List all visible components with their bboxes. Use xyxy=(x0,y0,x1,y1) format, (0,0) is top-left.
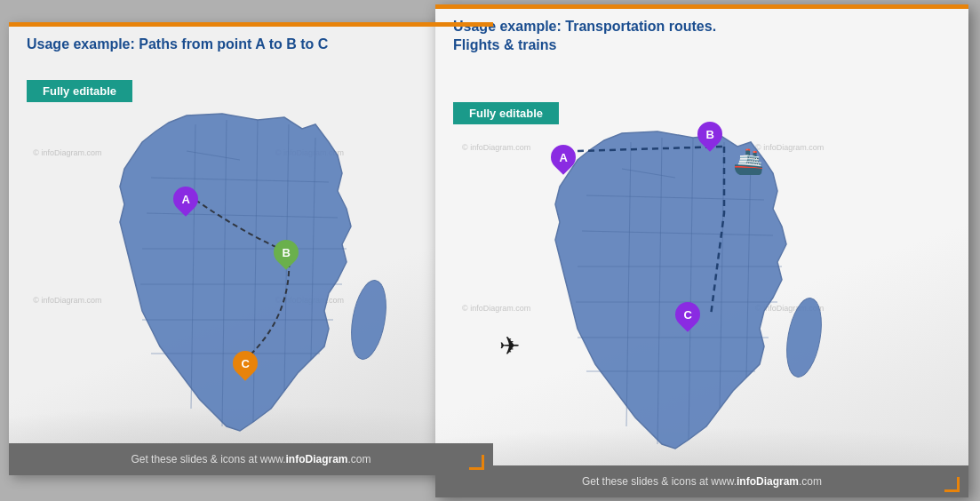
slides-container: Usage example: Paths from point A to B t… xyxy=(0,0,980,501)
corner-icon-right xyxy=(942,474,960,492)
right-footer: Get these slides & icons at www.infoDiag… xyxy=(435,465,968,497)
right-title-text: Usage example: Transportation routes. Fl… xyxy=(453,18,951,55)
left-ribbon: Fully editable xyxy=(27,80,132,102)
right-africa-map xyxy=(484,124,866,465)
right-pin-c: C xyxy=(675,302,700,327)
left-africa-map xyxy=(62,107,418,448)
slide-left: Usage example: Paths from point A to B t… xyxy=(9,22,493,475)
right-pin-b: B xyxy=(697,122,722,147)
left-footer: Get these slides & icons at www.infoDiag… xyxy=(9,443,493,475)
right-footer-text: Get these slides & icons at www.infoDiag… xyxy=(582,475,822,488)
left-slide-title: Usage example: Paths from point A to B t… xyxy=(27,36,475,54)
plane-icon: ✈ xyxy=(499,331,520,361)
right-ribbon: Fully editable xyxy=(453,102,559,124)
slide-right: Usage example: Transportation routes. Fl… xyxy=(435,4,968,497)
right-slide-title: Usage example: Transportation routes. Fl… xyxy=(453,18,951,55)
left-pin-a: A xyxy=(173,187,198,211)
ship-icon: 🚢 xyxy=(733,147,764,176)
corner-icon-left xyxy=(466,452,484,470)
svg-point-12 xyxy=(346,278,391,362)
right-pin-a: A xyxy=(551,145,576,170)
left-pin-b: B xyxy=(274,240,299,265)
svg-point-25 xyxy=(781,296,826,380)
left-footer-text: Get these slides & icons at www.infoDiag… xyxy=(131,453,370,465)
left-pin-c: C xyxy=(233,351,258,376)
left-title-text: Usage example: Paths from point A to B t… xyxy=(27,36,475,54)
